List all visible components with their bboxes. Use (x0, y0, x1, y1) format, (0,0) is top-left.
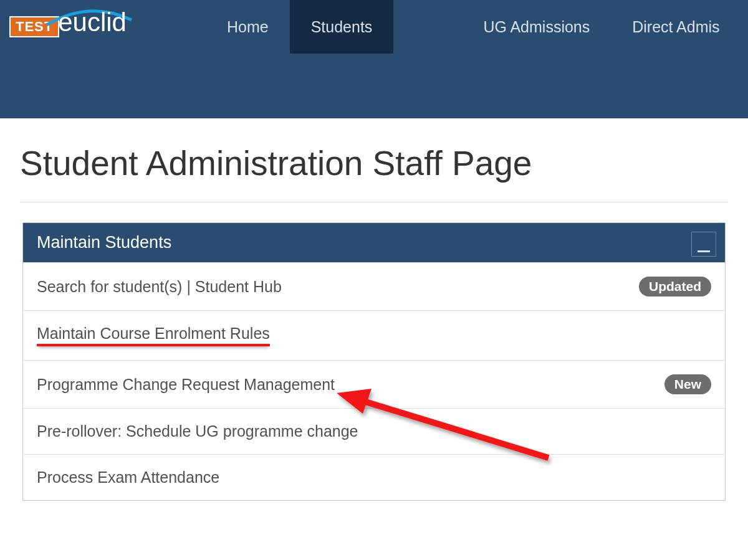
panel-item-label: Maintain Course Enrolment Rules (37, 325, 711, 346)
collapse-button[interactable] (691, 232, 716, 257)
panel-item-programme-change-request[interactable]: Programme Change Request Management New (23, 360, 725, 408)
nav-direct-admissions[interactable]: Direct Admis (611, 0, 741, 54)
panel-item-label: Pre-rollover: Schedule UG programme chan… (37, 422, 711, 440)
primary-nav: Home Students UG Admissions Direct Admis (206, 0, 741, 54)
nav-students[interactable]: Students (290, 0, 394, 54)
page-title: Student Administration Staff Page (20, 143, 728, 183)
minimize-icon (698, 250, 710, 252)
highlighted-link: Maintain Course Enrolment Rules (37, 325, 270, 346)
panel-header-label: Maintain Students (37, 233, 171, 252)
panel-item-search-students[interactable]: Search for student(s) | Student Hub Upda… (23, 262, 725, 310)
maintain-students-panel: Maintain Students Search for student(s) … (22, 222, 726, 501)
logo[interactable]: TEST euclid (9, 7, 127, 37)
nav-ug-admissions[interactable]: UG Admissions (462, 0, 611, 54)
new-badge: New (664, 374, 711, 394)
panel-header: Maintain Students (23, 223, 725, 262)
panel-item-label: Programme Change Request Management (37, 376, 664, 394)
logo-wordmark: euclid (58, 7, 127, 37)
panel-item-label: Search for student(s) | Student Hub (37, 278, 639, 296)
divider (20, 202, 728, 202)
panel-item-pre-rollover[interactable]: Pre-rollover: Schedule UG programme chan… (23, 408, 725, 454)
nav-home[interactable]: Home (206, 0, 290, 54)
page-body: Student Administration Staff Page Mainta… (0, 118, 748, 501)
updated-badge: Updated (639, 277, 711, 297)
panel-item-maintain-course-enrolment-rules[interactable]: Maintain Course Enrolment Rules (23, 310, 725, 360)
panel-item-process-exam-attendance[interactable]: Process Exam Attendance (23, 454, 725, 500)
panel-item-label: Process Exam Attendance (37, 468, 711, 486)
top-navigation: TEST euclid Home Students UG Admissions … (0, 0, 748, 118)
